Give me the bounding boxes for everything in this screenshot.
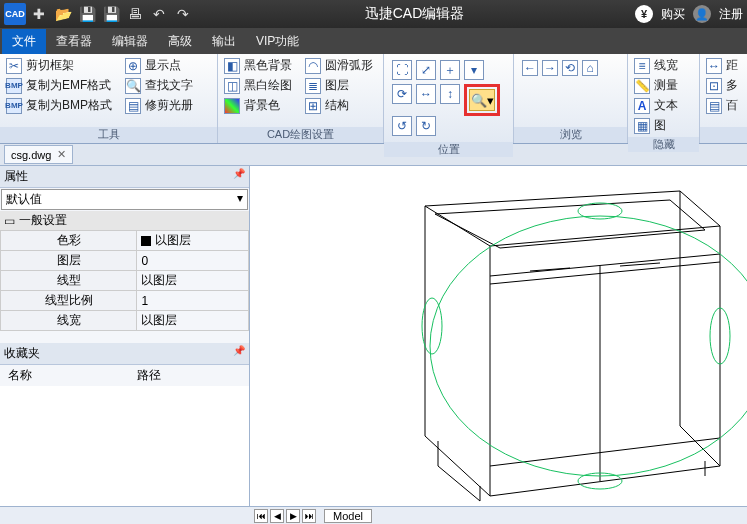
table-row: 线型以图层 — [1, 271, 249, 291]
cut-frame-button[interactable]: ✂剪切框架 — [4, 56, 114, 75]
lineweight-button[interactable]: ≡线宽 — [632, 56, 695, 75]
fit-height-icon[interactable]: ↕ — [440, 84, 460, 104]
register-button[interactable]: 注册 — [719, 6, 743, 23]
pin-icon[interactable]: 📌 — [233, 168, 245, 185]
document-tab[interactable]: csg.dwg ✕ — [4, 145, 73, 164]
cabinet-drawing — [250, 166, 747, 506]
bgcolor-icon — [224, 98, 240, 114]
app-logo-icon[interactable]: CAD — [4, 3, 26, 25]
structure-button[interactable]: ⊞结构 — [303, 96, 375, 115]
multi-icon: ⊡ — [706, 78, 722, 94]
zoom-refresh-icon[interactable]: ⟳ — [392, 84, 412, 104]
color-swatch-icon — [141, 236, 151, 246]
properties-table: 色彩 以图层 图层0 线型以图层 线型比例1 线宽以图层 — [0, 230, 249, 331]
black-bg-button[interactable]: ◧黑色背景 — [222, 56, 294, 75]
general-section-header[interactable]: ▭一般设置 — [0, 211, 249, 230]
app-title: 迅捷CAD编辑器 — [194, 5, 635, 23]
zoom-find-icon: 🔍▾ — [469, 89, 495, 111]
collapse-icon: ▭ — [4, 214, 15, 228]
ribbon-tabs: 文件 查看器 编辑器 高级 输出 VIP功能 — [0, 28, 747, 54]
selection-combo[interactable]: 默认值▾ — [1, 189, 248, 210]
prop-value[interactable]: 以图层 — [137, 311, 249, 331]
copy-bmp-button[interactable]: BMP复制为BMP格式 — [4, 96, 114, 115]
new-icon[interactable]: ✚ — [28, 3, 50, 25]
rotate-right-icon[interactable]: ↻ — [416, 116, 436, 136]
pin-icon[interactable]: 📌 — [233, 345, 245, 362]
group-position-label: 位置 — [384, 142, 513, 157]
zoom-dropdown-icon[interactable]: ▾ — [464, 60, 484, 80]
properties-title: 属性 — [4, 168, 28, 185]
ribbon: ✂剪切框架 BMP复制为EMF格式 BMP复制为BMP格式 ⊕显示点 🔍查找文字… — [0, 54, 747, 144]
nav-left-icon[interactable]: ← — [522, 60, 538, 76]
col-path: 路径 — [137, 367, 161, 384]
image-icon: ▦ — [634, 118, 650, 134]
bw-draw-button[interactable]: ◫黑白绘图 — [222, 76, 294, 95]
properties-panel: 属性📌 默认值▾ ▭一般设置 色彩 以图层 图层0 线型以图层 线型比例1 线宽… — [0, 166, 250, 506]
zoom-extents-icon[interactable]: ⤢ — [416, 60, 436, 80]
group-cad-label: CAD绘图设置 — [218, 127, 383, 143]
lineweight-icon: ≡ — [634, 58, 650, 74]
nav-home-icon[interactable]: ⌂ — [582, 60, 598, 76]
show-points-button[interactable]: ⊕显示点 — [123, 56, 195, 75]
measure-button[interactable]: 📏测量 — [632, 76, 695, 95]
document-name: csg.dwg — [11, 149, 51, 161]
text-button[interactable]: A文本 — [632, 96, 695, 115]
tab-vip[interactable]: VIP功能 — [246, 29, 309, 54]
last-tab-icon[interactable]: ⏭ — [302, 509, 316, 523]
tab-file[interactable]: 文件 — [2, 29, 46, 54]
tab-editor[interactable]: 编辑器 — [102, 29, 158, 54]
model-tab[interactable]: Model — [324, 509, 372, 523]
first-tab-icon[interactable]: ⏮ — [254, 509, 268, 523]
zoom-in-icon[interactable]: ＋ — [440, 60, 460, 80]
percent-button[interactable]: ▤百 — [704, 96, 743, 115]
model-tab-bar: ⏮ ◀ ▶ ⏭ Model — [0, 506, 747, 524]
rotate-left-icon[interactable]: ↺ — [392, 116, 412, 136]
redo-icon[interactable]: ↷ — [172, 3, 194, 25]
print-icon[interactable]: 🖶 — [124, 3, 146, 25]
percent-icon: ▤ — [706, 98, 722, 114]
next-tab-icon[interactable]: ▶ — [286, 509, 300, 523]
tab-advanced[interactable]: 高级 — [158, 29, 202, 54]
zoom-window-icon[interactable]: ⛶ — [392, 60, 412, 80]
bg-color-button[interactable]: 背景色 — [222, 96, 294, 115]
prev-tab-icon[interactable]: ◀ — [270, 509, 284, 523]
saveall-icon[interactable]: 💾 — [100, 3, 122, 25]
open-icon[interactable]: 📂 — [52, 3, 74, 25]
prop-value[interactable]: 1 — [137, 291, 249, 311]
chevron-down-icon: ▾ — [237, 191, 243, 208]
buy-button[interactable]: 购买 — [661, 6, 685, 23]
image-button[interactable]: ▦图 — [632, 116, 695, 135]
distance-button[interactable]: ↔距 — [704, 56, 743, 75]
prop-value[interactable]: 以图层 — [137, 271, 249, 291]
drawing-viewport[interactable] — [250, 166, 747, 506]
fit-width-icon[interactable]: ↔ — [416, 84, 436, 104]
highlighted-zoom-button[interactable]: 🔍▾ — [464, 84, 500, 116]
structure-icon: ⊞ — [305, 98, 321, 114]
nav-rotate-icon[interactable]: ⟲ — [562, 60, 578, 76]
save-icon[interactable]: 💾 — [76, 3, 98, 25]
table-row: 线型比例1 — [1, 291, 249, 311]
measure-icon: 📏 — [634, 78, 650, 94]
multi-button[interactable]: ⊡多 — [704, 76, 743, 95]
close-icon[interactable]: ✕ — [57, 148, 66, 161]
currency-icon: ¥ — [635, 5, 653, 23]
nav-right-icon[interactable]: → — [542, 60, 558, 76]
prop-value[interactable]: 以图层 — [137, 231, 249, 251]
prop-value[interactable]: 0 — [137, 251, 249, 271]
favorites-title: 收藏夹 — [4, 345, 40, 362]
smooth-arc-button[interactable]: ◠圆滑弧形 — [303, 56, 375, 75]
find-text-button[interactable]: 🔍查找文字 — [123, 76, 195, 95]
distance-icon: ↔ — [706, 58, 722, 74]
favorites-list — [0, 386, 249, 506]
layers-button[interactable]: ≣图层 — [303, 76, 375, 95]
tab-viewer[interactable]: 查看器 — [46, 29, 102, 54]
trim-button[interactable]: ▤修剪光册 — [123, 96, 195, 115]
user-icon: 👤 — [693, 5, 711, 23]
table-row: 色彩 以图层 — [1, 231, 249, 251]
tab-output[interactable]: 输出 — [202, 29, 246, 54]
copy-emf-button[interactable]: BMP复制为EMF格式 — [4, 76, 114, 95]
quick-access-toolbar: CAD ✚ 📂 💾 💾 🖶 ↶ ↷ — [4, 3, 194, 25]
undo-icon[interactable]: ↶ — [148, 3, 170, 25]
svg-point-3 — [578, 203, 622, 219]
svg-point-0 — [430, 216, 747, 476]
